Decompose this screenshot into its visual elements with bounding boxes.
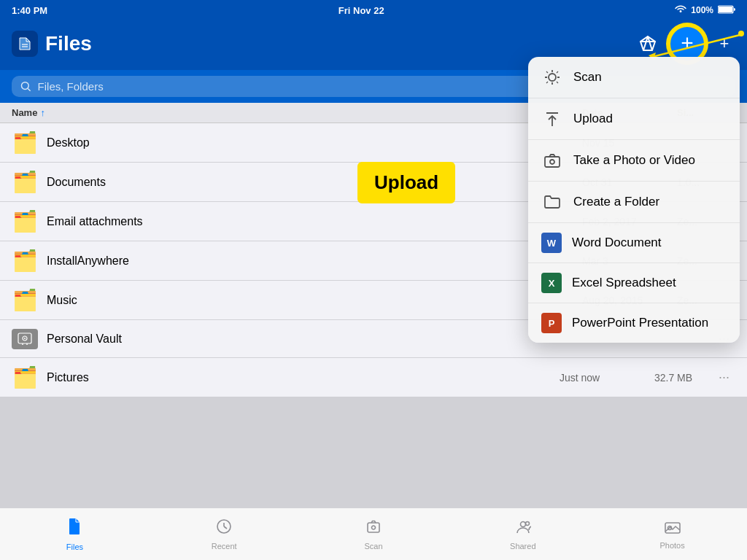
scan-tab-icon — [365, 518, 382, 539]
header-title-group: Files — [12, 31, 92, 57]
dropdown-label-upload: Upload — [573, 112, 613, 126]
file-name: InstallAnywhere — [47, 254, 582, 268]
dropdown-label-scan: Scan — [573, 70, 602, 85]
dropdown-item-photo[interactable]: Take a Photo or Video — [528, 140, 740, 182]
tab-recent[interactable]: Recent — [150, 518, 299, 551]
dropdown-label-folder: Create a Folder — [573, 195, 659, 209]
more-options-button[interactable]: ··· — [713, 367, 735, 388]
file-name: Documents — [47, 176, 582, 189]
app-icon — [12, 31, 38, 57]
table-row[interactable]: 🗂️ Pictures Just now 32.7 MB ··· — [0, 358, 747, 397]
word-icon: W — [541, 233, 562, 253]
shared-tab-label: Shared — [510, 542, 535, 551]
files-tab-label: Files — [66, 542, 83, 551]
svg-point-33 — [525, 521, 529, 525]
dropdown-item-word[interactable]: W Word Document — [528, 223, 740, 263]
secondary-add-icon[interactable]: + — [713, 33, 735, 55]
file-name: Pictures — [47, 371, 560, 384]
dropdown-item-create-folder[interactable]: Create a Folder — [528, 182, 740, 223]
folder-icon: 🗂️ — [12, 131, 38, 155]
file-name: Personal Vault — [47, 332, 560, 346]
shared-tab-icon — [515, 518, 531, 539]
folder-icon: 🗂️ — [12, 170, 38, 194]
search-icon — [20, 81, 32, 93]
svg-line-12 — [28, 88, 30, 90]
dropdown-label-word: Word Document — [572, 236, 662, 250]
premium-icon[interactable] — [635, 31, 661, 57]
tab-scan[interactable]: Scan — [299, 518, 449, 551]
recent-tab-icon — [216, 518, 232, 539]
svg-point-11 — [21, 82, 28, 89]
name-column-header: Name — [12, 107, 37, 118]
dropdown-item-excel[interactable]: X Excel Spreadsheet — [528, 263, 740, 303]
dropdown-label-photo: Take a Photo or Video — [573, 153, 695, 168]
status-time: 1:40 PM — [12, 5, 47, 16]
camera-icon — [541, 149, 563, 171]
folder-icon: 🗂️ — [12, 365, 38, 389]
files-tab-icon — [67, 518, 82, 540]
scan-icon — [541, 66, 563, 88]
file-name: Email attachments — [47, 215, 582, 228]
dropdown-menu: Scan Upload Take a Photo or Video — [528, 57, 740, 343]
file-size: 32.7 MB — [654, 372, 713, 384]
scan-tab-label: Scan — [364, 542, 382, 551]
sort-indicator: ↑ — [40, 107, 45, 118]
svg-rect-1 — [719, 7, 732, 12]
folder-icon: 🗂️ — [12, 288, 38, 312]
recent-tab-label: Recent — [212, 542, 237, 551]
svg-point-26 — [550, 160, 554, 164]
wifi-icon — [675, 5, 686, 16]
tab-bar: Files Recent Scan — [0, 508, 747, 560]
photos-tab-label: Photos — [659, 541, 684, 550]
file-name: Desktop — [47, 136, 582, 149]
status-bar: 1:40 PM Fri Nov 22 100% — [0, 0, 747, 20]
excel-icon: X — [541, 273, 562, 293]
tab-photos[interactable]: Photos — [597, 519, 747, 550]
dropdown-label-excel: Excel Spreadsheet — [572, 276, 676, 290]
status-date: Fri Nov 22 — [338, 5, 384, 16]
dropdown-item-ppt[interactable]: P PowerPoint Presentation — [528, 303, 740, 343]
folder-icon: 🗂️ — [12, 209, 38, 233]
svg-rect-30 — [368, 523, 379, 532]
dropdown-label-ppt: PowerPoint Presentation — [572, 316, 708, 330]
svg-point-15 — [24, 338, 26, 339]
upload-icon — [541, 108, 563, 130]
battery-label: 100% — [691, 5, 713, 15]
svg-point-18 — [549, 74, 556, 81]
status-indicators: 100% — [675, 5, 735, 16]
dropdown-item-scan[interactable]: Scan — [528, 57, 740, 98]
folder-icon: 🗂️ — [12, 249, 38, 273]
create-folder-icon — [541, 191, 563, 213]
photos-tab-icon — [665, 519, 681, 538]
svg-rect-25 — [545, 157, 560, 167]
svg-line-29 — [224, 526, 227, 529]
dropdown-item-upload[interactable]: Upload — [528, 98, 740, 140]
vault-icon — [12, 329, 38, 349]
plus-icon: + — [681, 32, 694, 54]
svg-point-32 — [520, 521, 525, 526]
tab-files[interactable]: Files — [0, 518, 150, 551]
file-name: Music — [47, 294, 582, 307]
ppt-icon: P — [541, 313, 562, 333]
tab-shared[interactable]: Shared — [448, 518, 597, 551]
svg-point-31 — [371, 526, 375, 529]
app-title: Files — [45, 32, 92, 55]
file-date: Just now — [560, 372, 654, 384]
battery-icon — [718, 5, 735, 16]
